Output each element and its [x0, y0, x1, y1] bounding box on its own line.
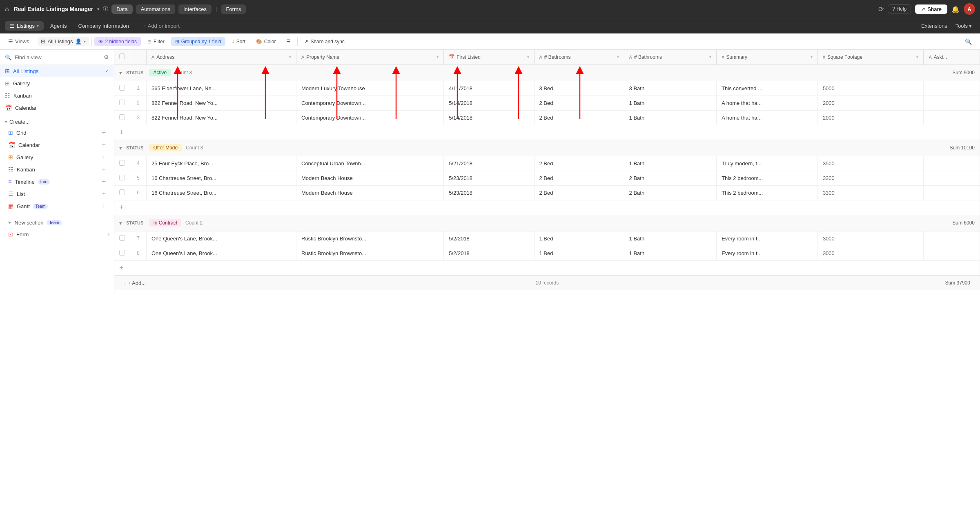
- cell-property-name[interactable]: Modern Luxury Townhouse: [296, 81, 444, 96]
- cell-bathrooms[interactable]: 1 Bath: [624, 96, 717, 110]
- add-row-cell[interactable]: +: [114, 260, 980, 275]
- cell-asking[interactable]: [924, 171, 980, 185]
- cell-bedrooms[interactable]: 2 Bed: [534, 96, 624, 110]
- forms-nav-btn[interactable]: Forms: [221, 4, 246, 14]
- cell-first-listed[interactable]: 5/14/2018: [444, 110, 534, 125]
- cell-bedrooms[interactable]: 2 Bed: [534, 185, 624, 200]
- cell-asking[interactable]: [924, 81, 980, 96]
- help-button[interactable]: ? Data Help: [888, 4, 911, 13]
- share-sync-button[interactable]: ↗ Share and sync: [300, 37, 348, 46]
- avatar[interactable]: A: [964, 3, 975, 15]
- cell-summary[interactable]: Truly modern, t...: [717, 156, 818, 171]
- tab-agents[interactable]: Agents: [45, 21, 71, 31]
- table-row[interactable]: 8 One Queen's Lane, Brook... Rustic Broo…: [114, 246, 980, 260]
- plus-timeline-icon[interactable]: +: [102, 178, 106, 185]
- plus-calendar-icon[interactable]: +: [102, 141, 106, 149]
- cell-bathrooms[interactable]: 1 Bath: [624, 246, 717, 260]
- cell-property-name[interactable]: Modern Beach House: [296, 185, 444, 200]
- plus-kanban-icon[interactable]: +: [102, 166, 106, 173]
- add-row[interactable]: +: [114, 260, 980, 275]
- row-checkbox[interactable]: [114, 246, 130, 260]
- create-item-list[interactable]: ☰ List +: [5, 188, 109, 200]
- group-chevron-icon[interactable]: ▾: [119, 70, 122, 76]
- select-all-checkbox[interactable]: [119, 53, 125, 59]
- cell-first-listed[interactable]: 5/2/2018: [444, 231, 534, 246]
- group-chevron-icon[interactable]: ▾: [119, 145, 122, 151]
- extensions-button[interactable]: Extensions: [918, 21, 951, 31]
- views-button[interactable]: ☰ Views: [5, 37, 32, 46]
- cell-bedrooms[interactable]: 2 Bed: [534, 110, 624, 125]
- row-checkbox[interactable]: [114, 231, 130, 246]
- row-checkbox[interactable]: [114, 110, 130, 125]
- listings-chevron[interactable]: ▾: [37, 24, 39, 28]
- all-listings-button[interactable]: ⊞ All Listings 👤 ▾: [38, 37, 89, 46]
- cell-bedrooms[interactable]: 2 Bed: [534, 156, 624, 171]
- create-item-timeline[interactable]: ≡ Timeline true +: [5, 176, 109, 188]
- cell-property-name[interactable]: Rustic Brooklyn Brownsto...: [296, 246, 444, 260]
- cell-summary[interactable]: This converted ...: [717, 81, 818, 96]
- th-address[interactable]: A Address ▾: [147, 50, 296, 64]
- cell-square-footage[interactable]: 2000: [817, 110, 924, 125]
- cell-first-listed[interactable]: 5/2/2018: [444, 246, 534, 260]
- hidden-fields-button[interactable]: 👁 2 hidden fields: [94, 37, 141, 46]
- cell-bedrooms[interactable]: 1 Bed: [534, 246, 624, 260]
- automations-nav-btn[interactable]: Automations: [136, 4, 175, 14]
- table-row[interactable]: 7 One Queen's Lane, Brook... Rustic Broo…: [114, 231, 980, 246]
- cell-square-footage[interactable]: 3300: [817, 171, 924, 185]
- tab-listings[interactable]: ☰ Listings ▾: [5, 21, 44, 31]
- cell-address[interactable]: 16 Chartreuse Street, Bro...: [147, 185, 296, 200]
- cell-address[interactable]: One Queen's Lane, Brook...: [147, 246, 296, 260]
- filter-button[interactable]: ⊟ Filter: [143, 37, 169, 46]
- share-button[interactable]: ↗ Share: [915, 4, 947, 14]
- tab-company[interactable]: Company Information: [74, 21, 134, 31]
- th-first-listed[interactable]: 📅 First Listed ▾: [444, 50, 534, 64]
- data-nav-btn[interactable]: Data: [111, 4, 132, 14]
- row-checkbox[interactable]: [114, 81, 130, 96]
- cell-bathrooms[interactable]: 1 Bath: [624, 110, 717, 125]
- cell-summary[interactable]: A home that ha...: [717, 110, 818, 125]
- create-item-grid[interactable]: ⊞ Grid +: [5, 127, 109, 139]
- sidebar-item-all-listings[interactable]: ⊞ All Listings ✓: [0, 65, 114, 77]
- cell-summary[interactable]: A home that ha...: [717, 96, 818, 110]
- sidebar-item-calendar[interactable]: 📅 Calendar: [0, 102, 114, 114]
- cell-address[interactable]: 16 Chartreuse Street, Bro...: [147, 171, 296, 185]
- sidebar-item-gallery[interactable]: ⊞ Gallery: [0, 77, 114, 89]
- plus-gantt-icon[interactable]: +: [102, 202, 106, 210]
- cell-square-footage[interactable]: 3000: [817, 246, 924, 260]
- cell-asking[interactable]: [924, 246, 980, 260]
- plus-form-icon[interactable]: +: [107, 231, 111, 238]
- cell-square-footage[interactable]: 2000: [817, 96, 924, 110]
- cell-property-name[interactable]: Rustic Brooklyn Brownsto...: [296, 231, 444, 246]
- add-row-cell[interactable]: +: [114, 200, 980, 215]
- history-icon[interactable]: ⟳: [878, 5, 884, 13]
- cell-asking[interactable]: [924, 156, 980, 171]
- th-property-name[interactable]: A Property Name ▾: [296, 50, 444, 64]
- cell-first-listed[interactable]: 4/11/2018: [444, 81, 534, 96]
- row-checkbox[interactable]: [114, 156, 130, 171]
- cell-summary[interactable]: This 2 bedroom...: [717, 185, 818, 200]
- row-height-button[interactable]: ☰: [282, 37, 295, 46]
- cell-first-listed[interactable]: 5/23/2018: [444, 171, 534, 185]
- new-section-row[interactable]: + New section Team: [0, 217, 114, 228]
- cell-bathrooms[interactable]: 1 Bath: [624, 231, 717, 246]
- cell-address[interactable]: 822 Fennel Road, New Yo...: [147, 96, 296, 110]
- create-item-calendar[interactable]: 📅 Calendar +: [5, 139, 109, 151]
- cell-address[interactable]: 822 Fennel Road, New Yo...: [147, 110, 296, 125]
- tools-button[interactable]: Tools ▾: [952, 21, 975, 31]
- table-row[interactable]: 6 16 Chartreuse Street, Bro... Modern Be…: [114, 185, 980, 200]
- info-icon[interactable]: ⓘ: [103, 5, 108, 13]
- cell-first-listed[interactable]: 5/14/2018: [444, 96, 534, 110]
- cell-address[interactable]: 565 Elderflower Lane, Ne...: [147, 81, 296, 96]
- cell-property-name[interactable]: Conceptual Urban Townh...: [296, 156, 444, 171]
- table-row[interactable]: 3 822 Fennel Road, New Yo... Contemporar…: [114, 110, 980, 125]
- cell-property-name[interactable]: Contemporary Downtown...: [296, 110, 444, 125]
- group-chevron-icon[interactable]: ▾: [119, 220, 122, 226]
- cell-address[interactable]: 25 Four Eyck Place, Bro...: [147, 156, 296, 171]
- cell-first-listed[interactable]: 5/23/2018: [444, 185, 534, 200]
- home-icon[interactable]: ⌂: [5, 5, 9, 13]
- table-row[interactable]: 5 16 Chartreuse Street, Bro... Modern Be…: [114, 171, 980, 185]
- row-checkbox[interactable]: [114, 185, 130, 200]
- create-item-gallery[interactable]: ⊞ Gallery +: [5, 151, 109, 163]
- add-import-button[interactable]: + Add or import: [140, 21, 183, 31]
- add-row[interactable]: +: [114, 200, 980, 215]
